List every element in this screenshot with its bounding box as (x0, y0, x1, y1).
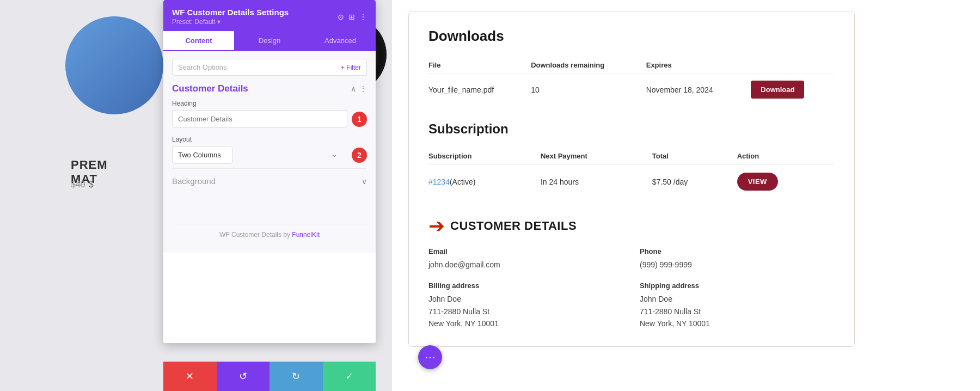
panel-header: WF Customer Details Settings Preset: Def… (163, 0, 376, 31)
col-expires: Expires (646, 57, 751, 74)
save-button[interactable]: ✓ (323, 362, 376, 391)
panel-body: Search Options + Filter Customer Details… (163, 51, 376, 253)
panel-preset[interactable]: Preset: Default ▾ (172, 18, 289, 26)
more-icon[interactable]: ⋮ (359, 13, 367, 21)
subscription-id: #1234(Active) (428, 165, 541, 199)
panel-tabs: Content Design Advanced (163, 31, 376, 51)
undo-button[interactable]: ↺ (217, 362, 270, 391)
col-next-payment: Next Payment (541, 148, 652, 165)
downloads-heading: Downloads (428, 28, 835, 45)
col-file: File (428, 57, 531, 74)
background-label: Background (172, 176, 216, 186)
subscription-table: Subscription Next Payment Total Action #… (428, 148, 835, 198)
tab-advanced[interactable]: Advanced (305, 31, 376, 51)
download-button[interactable]: Download (751, 81, 804, 99)
col-total: Total (652, 148, 737, 165)
shipping-value: John Doe 711-2880 Nulla St New York, NY … (640, 293, 835, 329)
tab-design[interactable]: Design (234, 31, 305, 51)
customer-details-heading: CUSTOMER DETAILS (450, 219, 577, 233)
preview-card: Downloads File Downloads remaining Expir… (408, 11, 855, 347)
search-placeholder-text: Search Options (178, 63, 341, 71)
subscription-link[interactable]: #1234 (428, 178, 450, 186)
layout-select-wrapper: Single Column Two Columns Three Columns (172, 146, 343, 164)
filter-button[interactable]: + Filter (341, 64, 361, 71)
phone-field: Phone (999) 999-9999 (640, 247, 835, 271)
editor-area: PREM MAT $40$ DISCS WF Customer Details … (0, 0, 392, 391)
col-subscription: Subscription (428, 148, 541, 165)
step-1-badge: 1 (352, 112, 367, 127)
section-header: Customer Details ∧ ⋮ (172, 83, 367, 94)
email-label: Email (428, 247, 623, 255)
section-title: Customer Details (172, 83, 248, 94)
phone-value: (999) 999-9999 (640, 259, 835, 271)
layout-label: Layout (172, 136, 367, 143)
product-image-circle (65, 16, 163, 114)
redo-button[interactable]: ↻ (270, 362, 323, 391)
shipping-label: Shipping address (640, 282, 835, 290)
right-arrow-icon: ➔ (428, 215, 445, 237)
product-price: $40$ (71, 180, 94, 190)
target-icon[interactable]: ⊙ (338, 13, 344, 21)
next-payment-value: In 24 hours (541, 165, 652, 199)
expires-value: November 18, 2024 (646, 74, 751, 106)
table-row: Your_file_name.pdf 10 November 18, 2024 … (428, 74, 835, 106)
col-action: Action (737, 148, 835, 165)
customer-details-arrow-row: ➔ CUSTOMER DETAILS (428, 215, 835, 237)
preview-area: Downloads File Downloads remaining Expir… (392, 0, 980, 391)
shipping-field: Shipping address John Doe 711-2880 Nulla… (640, 282, 835, 329)
step-2-badge: 2 (352, 148, 367, 163)
bg-chevron-icon[interactable]: ∨ (362, 177, 367, 186)
phone-label: Phone (640, 247, 835, 255)
billing-value: John Doe 711-2880 Nulla St New York, NY … (428, 293, 623, 329)
panel-header-icons: ⊙ ⊞ ⋮ (338, 13, 367, 21)
background-section: Background ∨ (172, 168, 367, 191)
heading-input[interactable]: Customer Details (172, 110, 347, 128)
layout-icon[interactable]: ⊞ (348, 13, 355, 21)
col-action-empty (751, 57, 835, 74)
layout-select-row: Single Column Two Columns Three Columns … (172, 146, 367, 164)
chevron-up-icon[interactable]: ∧ (351, 84, 356, 93)
footer-credit: WF Customer Details by FunnelKit (172, 224, 367, 245)
heading-label: Heading (172, 100, 367, 107)
tab-content[interactable]: Content (163, 31, 234, 51)
floating-dots-button[interactable]: ⋯ (418, 345, 442, 369)
cancel-button[interactable]: ✕ (163, 362, 217, 391)
settings-panel: WF Customer Details Settings Preset: Def… (163, 0, 376, 343)
search-row: Search Options + Filter (172, 59, 367, 76)
file-name: Your_file_name.pdf (428, 74, 531, 106)
view-button[interactable]: VIEW (737, 173, 778, 191)
subscription-row: #1234(Active) In 24 hours $7.50 /day VIE… (428, 165, 835, 199)
panel-title: WF Customer Details Settings (172, 8, 289, 17)
panel-actions: ✕ ↺ ↻ ✓ (163, 362, 376, 391)
billing-field: Billing address John Doe 711-2880 Nulla … (428, 282, 623, 329)
subscription-heading: Subscription (428, 121, 835, 137)
email-value: john.doe@gmail.com (428, 259, 623, 271)
downloads-table: File Downloads remaining Expires Your_fi… (428, 57, 835, 105)
total-value: $7.50 /day (652, 165, 737, 199)
section-actions: ∧ ⋮ (351, 84, 367, 93)
funnelkit-link[interactable]: FunnelKit (292, 231, 320, 239)
section-dots-icon[interactable]: ⋮ (359, 84, 367, 93)
billing-label: Billing address (428, 282, 623, 290)
downloads-remaining-value: 10 (531, 74, 646, 106)
email-field: Email john.doe@gmail.com (428, 247, 623, 271)
col-downloads-remaining: Downloads remaining (531, 57, 646, 74)
customer-grid: Email john.doe@gmail.com Phone (999) 999… (428, 247, 835, 330)
layout-select[interactable]: Single Column Two Columns Three Columns (172, 146, 232, 164)
